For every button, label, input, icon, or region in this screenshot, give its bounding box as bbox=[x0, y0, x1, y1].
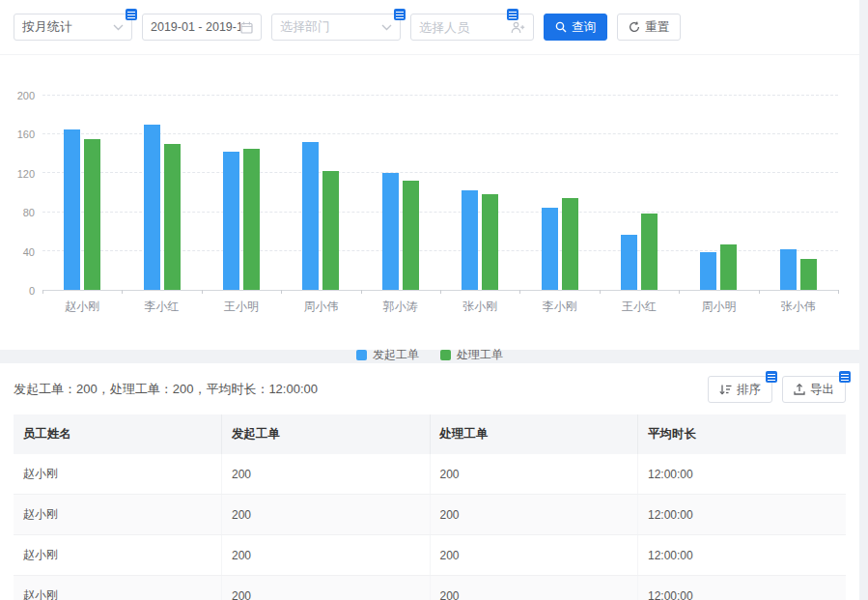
export-icon bbox=[794, 384, 805, 395]
legend-item[interactable]: 处理工单 bbox=[440, 347, 503, 363]
table-cell: 200 bbox=[222, 576, 431, 600]
table-header-cell: 处理工单 bbox=[430, 414, 638, 454]
chart-bar bbox=[621, 235, 637, 290]
table-cell: 12:00:00 bbox=[638, 535, 847, 576]
chart-bar bbox=[302, 142, 319, 290]
x-axis-tick bbox=[519, 290, 520, 294]
legend-label: 处理工单 bbox=[457, 347, 503, 363]
table-cell: 赵小刚 bbox=[14, 495, 222, 535]
table-header-row: 员工姓名发起工单处理工单平均时长 bbox=[14, 414, 846, 454]
table-actions: 排序 导出 bbox=[708, 376, 846, 403]
table-cell: 200 bbox=[430, 576, 638, 600]
reset-button-label: 重置 bbox=[645, 19, 669, 36]
x-axis-tick bbox=[759, 290, 760, 294]
person-select-field[interactable] bbox=[410, 14, 534, 41]
list-badge-icon[interactable] bbox=[839, 371, 851, 383]
list-badge-icon[interactable] bbox=[126, 9, 137, 20]
chart-bar bbox=[562, 198, 578, 290]
x-axis-category-label: 张小伟 bbox=[781, 299, 816, 315]
x-axis-tick bbox=[281, 290, 282, 294]
table-cell: 200 bbox=[222, 454, 431, 495]
x-axis-tick bbox=[838, 290, 839, 294]
x-axis-tick bbox=[600, 290, 601, 294]
chart-bar bbox=[482, 194, 498, 290]
chart-bar bbox=[382, 173, 399, 290]
y-axis-tick-label: 80 bbox=[23, 208, 35, 217]
chart-bar-group: 张小刚 bbox=[440, 96, 519, 290]
list-badge-icon[interactable] bbox=[394, 9, 406, 20]
chart-bar bbox=[84, 139, 100, 290]
x-axis-category-label: 李小红 bbox=[145, 299, 180, 315]
y-axis-tick-label: 0 bbox=[29, 286, 35, 296]
x-axis-category-label: 郭小涛 bbox=[383, 299, 418, 315]
y-axis-tick-label: 160 bbox=[17, 129, 35, 139]
list-badge-icon[interactable] bbox=[507, 9, 518, 20]
table-row: 赵小刚20020012:00:00 bbox=[14, 495, 846, 535]
x-axis-category-label: 周小明 bbox=[701, 299, 736, 315]
chevron-down-icon bbox=[113, 24, 124, 31]
query-button[interactable]: 查询 bbox=[544, 14, 607, 41]
x-axis-category-label: 周小伟 bbox=[303, 299, 338, 315]
chart-bar-group: 王小红 bbox=[600, 96, 679, 290]
refresh-icon bbox=[629, 21, 640, 33]
table-header-cell: 员工姓名 bbox=[14, 414, 222, 454]
table-cell: 200 bbox=[430, 454, 638, 495]
chart-bar bbox=[542, 208, 558, 290]
department-select[interactable]: 选择部门 bbox=[271, 14, 401, 41]
chart-bar-group: 周小伟 bbox=[281, 96, 360, 290]
chart-bar bbox=[64, 129, 80, 290]
reset-button[interactable]: 重置 bbox=[617, 14, 681, 41]
statistics-table-panel: 发起工单：200，处理工单：200，平均时长：12:00:00 排序 导出 员工… bbox=[0, 363, 859, 600]
stat-type-select[interactable]: 按月统计 bbox=[14, 14, 132, 41]
search-icon bbox=[555, 21, 567, 33]
chart-bar-group: 周小明 bbox=[679, 96, 758, 290]
chevron-down-icon bbox=[381, 24, 392, 31]
chart-bar bbox=[322, 171, 339, 290]
chart-bar-group: 李小刚 bbox=[519, 96, 599, 290]
calendar-icon bbox=[240, 21, 253, 34]
chart-legend: 发起工单处理工单 bbox=[14, 347, 846, 363]
table-row: 赵小刚20020012:00:00 bbox=[14, 454, 846, 495]
chart-bar-group: 赵小刚 bbox=[42, 96, 122, 290]
chart-bar bbox=[243, 149, 260, 290]
bar-chart-panel: 04080120160200 赵小刚李小红王小明周小伟郭小涛张小刚李小刚王小红周… bbox=[0, 55, 859, 350]
table-cell: 200 bbox=[222, 535, 431, 576]
summary-text: 发起工单：200，处理工单：200，平均时长：12:00:00 bbox=[14, 381, 318, 398]
table-cell: 12:00:00 bbox=[638, 454, 847, 495]
sort-icon bbox=[719, 384, 732, 395]
y-axis-tick-label: 40 bbox=[23, 247, 35, 257]
x-axis-tick bbox=[202, 290, 203, 294]
table-cell: 赵小刚 bbox=[14, 576, 222, 600]
person-add-icon bbox=[511, 21, 525, 34]
x-axis-category-label: 张小刚 bbox=[462, 299, 497, 315]
summary-row: 发起工单：200，处理工单：200，平均时长：12:00:00 排序 导出 bbox=[14, 363, 846, 414]
export-button[interactable]: 导出 bbox=[782, 376, 846, 403]
sort-button[interactable]: 排序 bbox=[708, 376, 772, 403]
table-cell: 200 bbox=[430, 495, 638, 535]
x-axis-tick bbox=[679, 290, 680, 294]
table-body: 赵小刚20020012:00:00赵小刚20020012:00:00赵小刚200… bbox=[14, 454, 846, 600]
chart-bar-group: 张小伟 bbox=[759, 96, 838, 290]
person-input[interactable] bbox=[419, 20, 511, 35]
x-axis-tick bbox=[440, 290, 441, 294]
chart-groups: 赵小刚李小红王小明周小伟郭小涛张小刚李小刚王小红周小明张小伟 bbox=[42, 96, 838, 290]
chart-bar bbox=[462, 190, 478, 291]
x-axis-category-label: 王小红 bbox=[622, 299, 657, 315]
x-axis-category-label: 赵小刚 bbox=[65, 299, 99, 315]
legend-label: 发起工单 bbox=[373, 347, 419, 363]
query-button-label: 查询 bbox=[572, 19, 596, 36]
statistics-table: 员工姓名发起工单处理工单平均时长 赵小刚20020012:00:00赵小刚200… bbox=[14, 414, 846, 600]
date-range-value: 2019-01 - 2019-12 bbox=[151, 20, 240, 34]
chart-bar bbox=[700, 252, 716, 290]
chart-bar-group: 李小红 bbox=[122, 96, 201, 290]
table-header-cell: 发起工单 bbox=[222, 414, 431, 454]
x-axis-tick bbox=[122, 290, 123, 294]
legend-item[interactable]: 发起工单 bbox=[356, 347, 419, 363]
chart-bar bbox=[164, 144, 181, 290]
list-badge-icon[interactable] bbox=[766, 371, 777, 383]
table-cell: 200 bbox=[222, 495, 431, 535]
chart-bar bbox=[720, 244, 737, 290]
filter-toolbar: 按月统计 2019-01 - 2019-12 选择部门 查询 bbox=[0, 0, 859, 55]
chart-bar-group: 郭小涛 bbox=[361, 96, 440, 290]
date-range-picker[interactable]: 2019-01 - 2019-12 bbox=[142, 14, 262, 41]
